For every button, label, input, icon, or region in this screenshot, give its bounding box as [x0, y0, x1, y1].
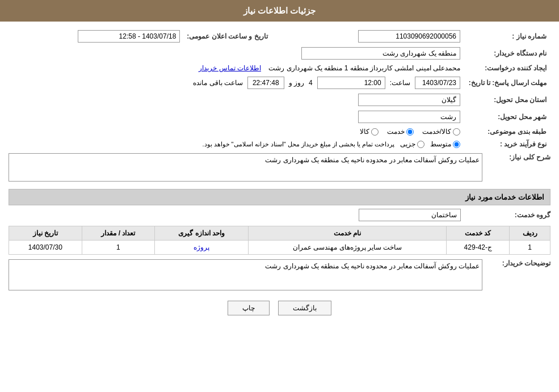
main-info-table: شماره نیاز : 1103090692000056 تاریخ و سا… — [9, 27, 550, 151]
purchase-type-value: جزیی متوسط پرداخت تمام یا بخشی از مبلغ خ… — [10, 138, 463, 150]
response-days-value: 4 — [309, 79, 313, 87]
category-option-kala: کالا — [360, 128, 379, 136]
province-value: گیلان — [10, 92, 463, 108]
col-code: کد خدمت — [447, 226, 510, 241]
col-row: ردیف — [510, 226, 550, 241]
service-qty: 1 — [82, 241, 155, 255]
category-option-both: کالا/خدمت — [422, 128, 460, 136]
category-kala-label: کالا — [360, 128, 369, 136]
category-label: طبقه بندی موضوعی: — [464, 126, 549, 137]
buyer-org-label: نام دستگاه خریدار: — [464, 45, 549, 61]
city-label: شهر محل تحویل: — [464, 109, 549, 125]
service-date: 1403/07/30 — [9, 241, 82, 255]
need-description-label: شرح کلی نیاز: — [482, 153, 550, 161]
city-value: رشت — [10, 109, 463, 125]
category-khedmat-label: خدمت — [387, 128, 405, 136]
creator-link[interactable]: اطلاعات تماس خریدار — [199, 64, 261, 72]
purchase-type-label: نوع فرآیند خرید : — [464, 138, 549, 150]
service-table: ردیف کد خدمت نام خدمت واحد اندازه گیری ت… — [9, 226, 550, 255]
announce-box: 1403/07/18 - 12:58 — [78, 30, 180, 43]
purchase-type-motevaset: متوسط — [430, 140, 460, 148]
content-area: شماره نیاز : 1103090692000056 تاریخ و سا… — [0, 22, 559, 321]
purchase-type-radio-jozi[interactable] — [417, 141, 424, 148]
service-row-num: 1 — [510, 241, 550, 255]
button-area: بازگشت چاپ — [9, 301, 550, 315]
city-row: شهر محل تحویل: رشت — [10, 109, 549, 125]
creator-label: ایجاد کننده درخواست: — [464, 62, 549, 74]
col-qty: تعداد / مقدار — [82, 226, 155, 241]
service-group-row: گروه خدمت: ساختمان — [9, 209, 550, 221]
purchase-type-radio-motevaset[interactable] — [453, 141, 460, 148]
page-header: جزئیات اطلاعات نیاز — [0, 0, 559, 22]
page-title: جزئیات اطلاعات نیاز — [243, 6, 316, 15]
purchase-type-jozi: جزیی — [400, 140, 424, 148]
buyer-org-value: منطقه یک شهرداری رشت — [10, 45, 463, 61]
category-radio-group: کالا خدمت کالا/خدمت — [12, 128, 460, 136]
service-row-1: 1 ج-42-429 ساخت سایر پروژه‌های مهندسی عم… — [9, 241, 550, 255]
service-name: ساخت سایر پروژه‌های مهندسی عمران — [248, 241, 446, 255]
response-deadline-value: 1403/07/23 ساعت: 12:00 4 روز و 22:47:48 … — [10, 75, 463, 91]
need-description-value: عملیات روکش آسفالت معابر در محدوده ناحیه… — [9, 153, 482, 183]
category-option-khedmat: خدمت — [387, 128, 414, 136]
service-table-body: 1 ج-42-429 ساخت سایر پروژه‌های مهندسی عم… — [9, 241, 550, 255]
service-unit: پروژه — [155, 241, 249, 255]
response-timer-box: 22:47:48 — [247, 77, 284, 89]
service-table-header: ردیف کد خدمت نام خدمت واحد اندازه گیری ت… — [9, 226, 550, 241]
service-code: ج-42-429 — [447, 241, 510, 255]
need-number-box: 1103090692000056 — [358, 30, 460, 43]
buyer-desc-label: توضیحات خریدار: — [482, 259, 550, 267]
response-days-label: روز و — [289, 79, 304, 87]
response-timer-label: ساعت باقی مانده — [193, 79, 243, 87]
purchase-type-row: نوع فرآیند خرید : جزیی متوسط پرداخت تمام… — [10, 138, 549, 150]
category-radio-kala[interactable] — [371, 128, 379, 136]
purchase-motevaset-label: متوسط — [430, 140, 451, 148]
col-date: تاریخ نیاز — [9, 226, 82, 241]
category-radio-both[interactable] — [453, 128, 460, 136]
category-radio-khedmat[interactable] — [406, 128, 414, 136]
back-button[interactable]: بازگشت — [278, 301, 331, 315]
announce-value: 1403/07/18 - 12:58 — [10, 28, 183, 44]
response-time-box: 12:00 — [317, 77, 385, 89]
purchase-type-content: جزیی متوسط پرداخت تمام یا بخشی از مبلغ خ… — [12, 140, 460, 148]
response-deadline-row: مهلت ارسال پاسخ: تا تاریخ: 1403/07/23 سا… — [10, 75, 549, 91]
need-description-section: شرح کلی نیاز: عملیات روکش آسفالت معابر د… — [9, 153, 550, 183]
print-button[interactable]: چاپ — [228, 301, 270, 315]
purchase-type-radio-group: جزیی متوسط — [400, 140, 460, 148]
response-deadline-content: 1403/07/23 ساعت: 12:00 4 روز و 22:47:48 … — [12, 77, 460, 89]
need-number-value: 1103090692000056 — [290, 28, 463, 44]
services-section-header: اطلاعات خدمات مورد نیاز — [9, 189, 550, 205]
service-group-label: گروه خدمت: — [465, 211, 550, 219]
buyer-desc-value: عملیات روکش آسفالت معابر در محدوده ناحیه… — [9, 259, 482, 292]
category-row: طبقه بندی موضوعی: کالا خدمت کالا/خدمت — [10, 126, 549, 137]
response-date-box: 1403/07/23 — [415, 77, 460, 89]
creator-value: محمدعلی امینی املشی کاربرداز منطقه 1 منط… — [10, 62, 463, 74]
buyer-desc-section: توضیحات خریدار: عملیات روکش آسفالت معابر… — [9, 259, 550, 292]
province-row: استان محل تحویل: گیلان — [10, 92, 549, 108]
creator-row: ایجاد کننده درخواست: محمدعلی امینی املشی… — [10, 62, 549, 74]
province-box: گیلان — [358, 94, 460, 106]
creator-text: محمدعلی امینی املشی کاربرداز منطقه 1 منط… — [268, 64, 460, 72]
need-number-label: شماره نیاز : — [464, 28, 549, 44]
purchase-jozi-label: جزیی — [400, 140, 415, 148]
page-wrapper: جزئیات اطلاعات نیاز شماره نیاز : 1103090… — [0, 0, 559, 392]
need-number-row: شماره نیاز : 1103090692000056 تاریخ و سا… — [10, 28, 549, 44]
buyer-org-box: منطقه یک شهرداری رشت — [301, 47, 460, 60]
response-deadline-label: مهلت ارسال پاسخ: تا تاریخ: — [464, 75, 549, 91]
announce-label: تاریخ و ساعت اعلان عمومی: — [184, 28, 270, 44]
need-description-textarea[interactable]: عملیات روکش آسفالت معابر در محدوده ناحیه… — [9, 153, 482, 182]
col-unit: واحد اندازه گیری — [155, 226, 249, 241]
response-time-label: ساعت: — [390, 79, 410, 87]
category-value: کالا خدمت کالا/خدمت — [10, 126, 463, 137]
buyer-desc-textarea[interactable]: عملیات روکش آسفالت معابر در محدوده ناحیه… — [9, 259, 482, 290]
category-both-label: کالا/خدمت — [422, 128, 451, 136]
city-box: رشت — [358, 111, 460, 123]
province-label: استان محل تحویل: — [464, 92, 549, 108]
purchase-note: پرداخت تمام یا بخشی از مبلغ خریداز محل "… — [202, 141, 394, 148]
col-name: نام خدمت — [248, 226, 446, 241]
buyer-org-row: نام دستگاه خریدار: منطقه یک شهرداری رشت — [10, 45, 549, 61]
service-group-box: ساختمان — [359, 209, 461, 221]
